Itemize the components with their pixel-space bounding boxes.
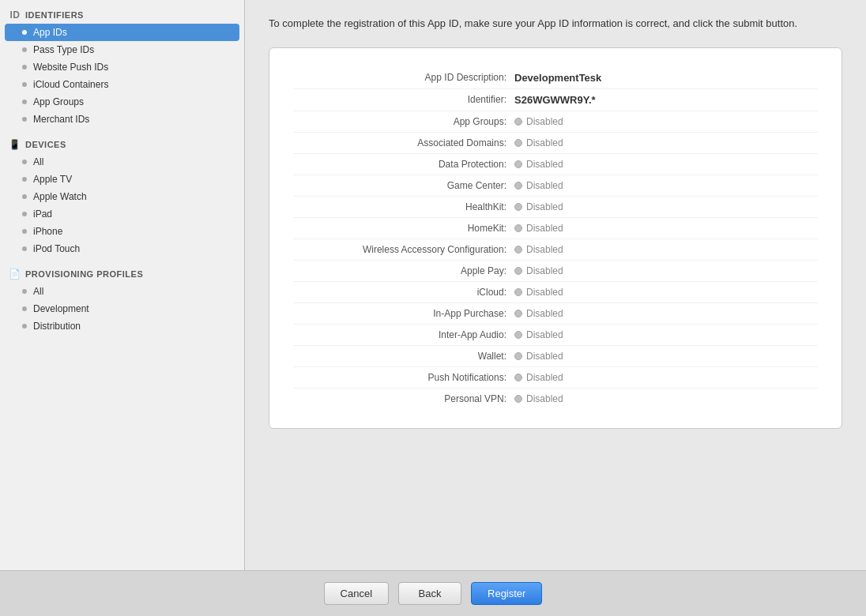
detail-value-8: Disabled <box>514 244 563 255</box>
detail-value-9: Disabled <box>514 265 563 276</box>
sidebar-label-ipod-touch: iPod Touch <box>33 243 80 254</box>
detail-rows: App ID Description:DevelopmentTeskIdenti… <box>293 67 818 409</box>
detail-row-10: iCloud:Disabled <box>293 282 818 303</box>
detail-row-4: Data Protection:Disabled <box>293 154 818 175</box>
disabled-text-6: Disabled <box>526 201 563 212</box>
detail-value-10: Disabled <box>514 287 563 298</box>
detail-value-11: Disabled <box>514 308 563 319</box>
sidebar-dot-app-groups <box>22 100 27 104</box>
detail-row-1: Identifier:S26WGWWR9Y.* <box>293 89 818 111</box>
detail-value-1: S26WGWWR9Y.* <box>514 94 596 106</box>
disabled-text-7: Disabled <box>526 223 563 234</box>
status-dot-10 <box>514 288 522 296</box>
sidebar-item-website-push-ids[interactable]: Website Push IDs <box>0 58 244 76</box>
content-area: To complete the registration of this App… <box>245 0 866 570</box>
detail-row-9: Apple Pay:Disabled <box>293 261 818 282</box>
disabled-text-13: Disabled <box>526 351 563 362</box>
detail-value-0: DevelopmentTesk <box>514 72 601 84</box>
detail-label-3: Associated Domains: <box>293 137 514 148</box>
detail-value-15: Disabled <box>514 393 563 404</box>
sidebar-item-icloud-containers[interactable]: iCloud Containers <box>0 76 244 93</box>
detail-row-14: Push Notifications:Disabled <box>293 367 818 389</box>
devices-section-header: 📱 Devices <box>0 136 244 153</box>
provisioning-section-header: 📄 Provisioning Profiles <box>0 265 244 283</box>
status-dot-5 <box>514 182 522 190</box>
disabled-text-11: Disabled <box>526 308 563 319</box>
identifiers-list: App IDsPass Type IDsWebsite Push IDsiClo… <box>0 24 244 128</box>
provisioning-icon: 📄 <box>9 269 21 280</box>
sidebar-label-distribution: Distribution <box>33 321 81 332</box>
sidebar-item-apple-watch[interactable]: Apple Watch <box>0 188 244 205</box>
detail-row-13: Wallet:Disabled <box>293 346 818 367</box>
detail-label-9: Apple Pay: <box>293 265 514 276</box>
detail-label-8: Wireless Accessory Configuration: <box>293 244 514 255</box>
sidebar-dot-app-ids <box>22 30 27 35</box>
detail-label-14: Push Notifications: <box>293 372 514 383</box>
disabled-text-14: Disabled <box>526 372 563 383</box>
detail-label-13: Wallet: <box>293 351 514 362</box>
detail-row-3: Associated Domains:Disabled <box>293 133 818 154</box>
sidebar-item-all-devices[interactable]: All <box>0 153 244 171</box>
detail-label-2: App Groups: <box>293 116 514 127</box>
devices-icon: 📱 <box>9 139 21 150</box>
sidebar-dot-website-push-ids <box>22 65 27 69</box>
sidebar-dot-distribution <box>22 324 27 329</box>
sidebar-item-distribution[interactable]: Distribution <box>0 317 244 335</box>
sidebar-label-pass-type-ids: Pass Type IDs <box>33 44 94 55</box>
sidebar-dot-all-devices <box>22 160 27 164</box>
sidebar-dot-apple-watch <box>22 194 27 199</box>
disabled-text-4: Disabled <box>526 159 563 170</box>
identifiers-label: Identifiers <box>25 10 84 20</box>
register-button[interactable]: Register <box>471 582 542 605</box>
sidebar-label-all-prov: All <box>33 286 43 297</box>
detail-row-7: HomeKit:Disabled <box>293 218 818 239</box>
sidebar-item-apple-tv[interactable]: Apple TV <box>0 171 244 188</box>
sidebar-item-development[interactable]: Development <box>0 300 244 317</box>
sidebar-item-pass-type-ids[interactable]: Pass Type IDs <box>0 41 244 58</box>
detail-label-1: Identifier: <box>293 94 514 105</box>
sidebar-dot-development <box>22 306 27 311</box>
sidebar-label-ipad: iPad <box>33 208 52 220</box>
status-dot-4 <box>514 160 522 168</box>
sidebar-label-all-devices: All <box>33 156 43 167</box>
disabled-text-15: Disabled <box>526 393 563 404</box>
status-dot-3 <box>514 139 522 147</box>
sidebar-dot-all-prov <box>22 289 27 294</box>
detail-label-15: Personal VPN: <box>293 393 514 404</box>
status-dot-8 <box>514 246 522 254</box>
detail-card: App ID Description:DevelopmentTeskIdenti… <box>269 47 842 429</box>
sidebar-item-iphone[interactable]: iPhone <box>0 223 244 240</box>
sidebar-item-app-ids[interactable]: App IDs <box>5 24 239 41</box>
sidebar-label-apple-tv: Apple TV <box>33 174 72 185</box>
sidebar-label-apple-watch: Apple Watch <box>33 191 87 202</box>
back-button[interactable]: Back <box>398 582 461 605</box>
disabled-text-8: Disabled <box>526 244 563 255</box>
sidebar-item-app-groups[interactable]: App Groups <box>0 93 244 111</box>
sidebar-item-merchant-ids[interactable]: Merchant IDs <box>0 111 244 128</box>
sidebar-item-ipod-touch[interactable]: iPod Touch <box>0 240 244 257</box>
sidebar-label-website-push-ids: Website Push IDs <box>33 62 108 73</box>
detail-value-14: Disabled <box>514 372 563 383</box>
detail-row-0: App ID Description:DevelopmentTesk <box>293 67 818 89</box>
detail-label-0: App ID Description: <box>293 72 514 83</box>
sidebar-item-all-prov[interactable]: All <box>0 283 244 300</box>
detail-row-11: In-App Purchase:Disabled <box>293 303 818 325</box>
detail-label-5: Game Center: <box>293 180 514 191</box>
sidebar-label-iphone: iPhone <box>33 226 62 237</box>
detail-row-5: Game Center:Disabled <box>293 175 818 197</box>
sidebar-dot-merchant-ids <box>22 117 27 122</box>
sidebar-dot-icloud-containers <box>22 82 27 87</box>
detail-label-7: HomeKit: <box>293 223 514 234</box>
provisioning-list: AllDevelopmentDistribution <box>0 283 244 335</box>
sidebar-label-development: Development <box>33 303 89 314</box>
sidebar-dot-ipad <box>22 212 27 216</box>
status-dot-12 <box>514 331 522 339</box>
detail-value-7: Disabled <box>514 223 563 234</box>
cancel-button[interactable]: Cancel <box>324 582 389 605</box>
sidebar-label-merchant-ids: Merchant IDs <box>33 114 89 125</box>
detail-value-3: Disabled <box>514 137 563 148</box>
sidebar-item-ipad[interactable]: iPad <box>0 205 244 223</box>
footer: Cancel Back Register <box>0 570 866 616</box>
detail-row-6: HealthKit:Disabled <box>293 197 818 218</box>
sidebar-label-icloud-containers: iCloud Containers <box>33 79 108 90</box>
